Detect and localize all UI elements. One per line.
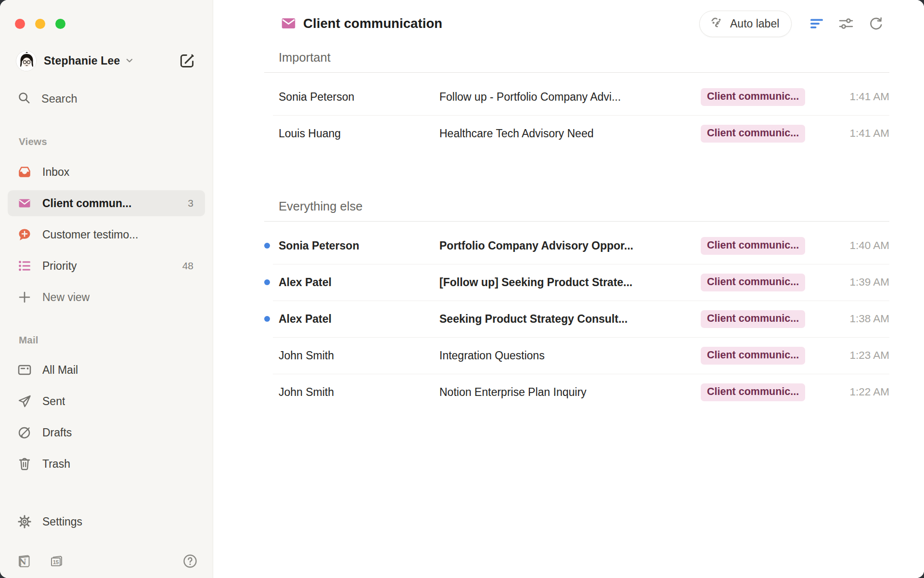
email-time: 1:23 AM — [817, 349, 889, 362]
envelope-icon — [281, 15, 296, 33]
views-nav-group: Inbox Client commun... 3 — [8, 159, 205, 315]
section-important: Important Sonia Peterson Follow up - Por… — [264, 48, 889, 152]
paper-plane-icon — [17, 394, 32, 408]
svg-text:N: N — [19, 557, 26, 566]
email-sender: Alex Patel — [279, 313, 439, 326]
sidebar: Stephanie Lee Search Views — [0, 0, 213, 578]
email-row[interactable]: Louis Huang Healthcare Tech Advisory Nee… — [264, 115, 889, 152]
auto-label-button-label: Auto label — [730, 17, 779, 30]
label-tag[interactable]: Client communic... — [701, 383, 805, 401]
account-switcher[interactable]: Stephanie Lee — [16, 50, 200, 71]
search-label: Search — [41, 92, 77, 105]
unread-dot — [264, 316, 270, 322]
email-row[interactable]: Sonia Peterson Portfolio Company Advisor… — [264, 227, 889, 264]
app-window: Stephanie Lee Search Views — [0, 0, 924, 578]
sidebar-item-label: Trash — [42, 458, 70, 471]
unread-dot — [264, 279, 270, 285]
trash-icon — [17, 457, 32, 471]
help-icon[interactable] — [182, 553, 198, 569]
email-sender: Alex Patel — [279, 276, 439, 289]
sidebar-item-sent[interactable]: Sent — [8, 388, 205, 414]
email-subject: Portfolio Company Advisory Oppor... — [439, 239, 701, 252]
all-mail-icon — [17, 363, 32, 377]
section-title: Everything else — [264, 197, 889, 215]
label-tag[interactable]: Client communic... — [701, 237, 805, 255]
label-tag[interactable]: Client communic... — [701, 347, 805, 365]
sidebar-item-inbox[interactable]: Inbox — [8, 159, 205, 185]
email-subject: Seeking Product Strategy Consult... — [439, 313, 701, 326]
mail-section-label: Mail — [19, 334, 38, 346]
plus-icon — [17, 290, 32, 304]
auto-label-face-icon — [709, 15, 724, 32]
email-row[interactable]: John Smith Notion Enterprise Plan Inquir… — [264, 374, 889, 410]
sidebar-item-client-communication[interactable]: Client commun... 3 — [8, 190, 205, 216]
envelope-icon — [17, 196, 32, 210]
email-time: 1:41 AM — [817, 127, 889, 140]
label-tag[interactable]: Client communic... — [701, 310, 805, 328]
bullet-list-icon — [17, 259, 32, 273]
inbox-icon — [17, 165, 32, 179]
unread-count-badge: 3 — [188, 197, 193, 209]
email-row[interactable]: Alex Patel [Follow up] Seeking Product S… — [264, 264, 889, 301]
email-subject: Integration Questions — [439, 349, 701, 362]
email-sender: John Smith — [279, 386, 439, 399]
gear-icon — [17, 514, 32, 529]
svg-text:15: 15 — [53, 559, 59, 565]
chevron-down-icon — [125, 56, 134, 65]
priority-count-badge: 48 — [182, 260, 193, 272]
sidebar-item-new-view[interactable]: New view — [8, 284, 205, 310]
minimize-window-button[interactable] — [35, 19, 45, 29]
label-tag[interactable]: Client communic... — [701, 88, 805, 106]
refresh-icon[interactable] — [866, 14, 885, 33]
auto-label-button[interactable]: Auto label — [699, 11, 792, 37]
compose-icon[interactable] — [178, 52, 195, 69]
sidebar-item-label: Settings — [42, 515, 82, 528]
sidebar-item-trash[interactable]: Trash — [8, 451, 205, 477]
sidebar-item-all-mail[interactable]: All Mail — [8, 357, 205, 383]
email-time: 1:41 AM — [817, 91, 889, 103]
email-row[interactable]: Sonia Peterson Follow up - Portfolio Com… — [264, 79, 889, 115]
filter-icon[interactable] — [808, 14, 826, 33]
sidebar-item-label: Priority — [42, 260, 77, 273]
close-window-button[interactable] — [15, 19, 25, 29]
sidebar-item-label: Sent — [42, 395, 65, 408]
email-time: 1:39 AM — [817, 276, 889, 289]
sidebar-item-label: Customer testimo... — [42, 228, 138, 241]
window-controls — [15, 19, 65, 29]
calendar-icon[interactable]: 15 — [48, 553, 64, 569]
notion-logo-icon[interactable]: N — [16, 553, 32, 569]
sidebar-item-label: Client commun... — [42, 197, 131, 210]
settings-group: Settings — [8, 509, 205, 540]
email-time: 1:22 AM — [817, 386, 889, 398]
views-section-label: Views — [19, 136, 47, 147]
email-sender: John Smith — [279, 349, 439, 362]
label-tag[interactable]: Client communic... — [701, 125, 805, 143]
email-row[interactable]: Alex Patel Seeking Product Strategy Cons… — [264, 301, 889, 337]
main-panel: Client communication Auto label — [214, 0, 924, 578]
sidebar-item-priority[interactable]: Priority 48 — [8, 253, 205, 279]
sidebar-item-customer-testimonials[interactable]: Customer testimo... — [8, 222, 205, 248]
email-subject: Follow up - Portfolio Company Advi... — [439, 91, 701, 104]
sidebar-item-settings[interactable]: Settings — [8, 509, 205, 535]
mail-nav-group: All Mail Sent Drafts — [8, 357, 205, 482]
email-sender: Sonia Peterson — [279, 91, 439, 104]
email-time: 1:40 AM — [817, 239, 889, 252]
email-list: Important Sonia Peterson Follow up - Por… — [264, 48, 889, 410]
draft-pencil-circle-icon — [17, 425, 32, 440]
sidebar-item-label: All Mail — [42, 364, 78, 377]
sidebar-item-label: Inbox — [42, 166, 69, 179]
email-subject: Notion Enterprise Plan Inquiry — [439, 386, 701, 399]
search-input[interactable]: Search — [17, 90, 77, 108]
chat-bubble-plus-icon — [17, 227, 32, 242]
email-subject: [Follow up] Seeking Product Strate... — [439, 276, 701, 289]
email-row[interactable]: John Smith Integration Questions Client … — [264, 337, 889, 374]
sliders-icon[interactable] — [837, 14, 855, 33]
sidebar-footer: N 15 — [16, 552, 198, 570]
zoom-window-button[interactable] — [55, 19, 65, 29]
sidebar-item-label: Drafts — [42, 426, 72, 439]
search-icon — [17, 91, 31, 106]
label-tag[interactable]: Client communic... — [701, 274, 805, 291]
section-title: Important — [264, 48, 889, 66]
unread-dot — [264, 243, 270, 249]
sidebar-item-drafts[interactable]: Drafts — [8, 420, 205, 446]
